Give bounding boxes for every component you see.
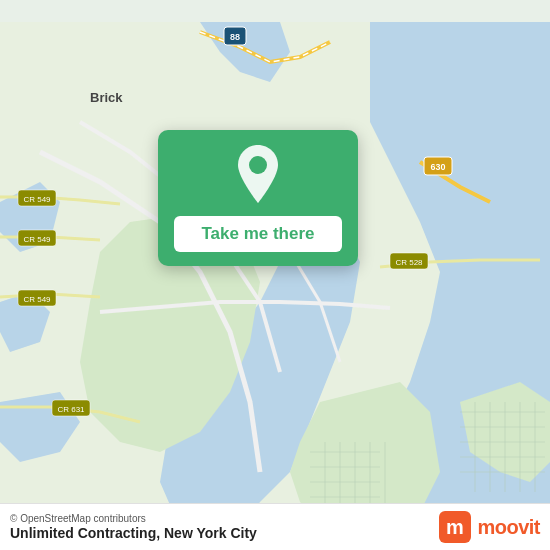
take-me-there-button[interactable]: Take me there	[174, 216, 342, 252]
svg-text:630: 630	[430, 162, 445, 172]
moovit-logo[interactable]: m moovit	[439, 511, 540, 543]
svg-text:CR 549: CR 549	[23, 235, 51, 244]
svg-point-36	[249, 156, 267, 174]
map-background: 88 630 CR 549 CR 549 CR 549 CR 528 CR 63…	[0, 0, 550, 550]
svg-text:CR 549: CR 549	[23, 295, 51, 304]
location-pin-icon	[231, 148, 285, 202]
bottom-bar: © OpenStreetMap contributors Unlimited C…	[0, 503, 550, 550]
svg-text:CR 528: CR 528	[395, 258, 423, 267]
action-card: Take me there	[158, 130, 358, 266]
osm-credit: © OpenStreetMap contributors	[10, 513, 257, 524]
svg-text:CR 549: CR 549	[23, 195, 51, 204]
moovit-text: moovit	[477, 516, 540, 539]
svg-text:m: m	[447, 516, 465, 538]
location-name: Unlimited Contracting, New York City	[10, 525, 257, 541]
moovit-icon: m	[439, 511, 471, 543]
svg-text:Brick: Brick	[90, 90, 123, 105]
svg-text:CR 631: CR 631	[57, 405, 85, 414]
bottom-left: © OpenStreetMap contributors Unlimited C…	[10, 513, 257, 541]
svg-text:88: 88	[230, 32, 240, 42]
map-container: 88 630 CR 549 CR 549 CR 549 CR 528 CR 63…	[0, 0, 550, 550]
